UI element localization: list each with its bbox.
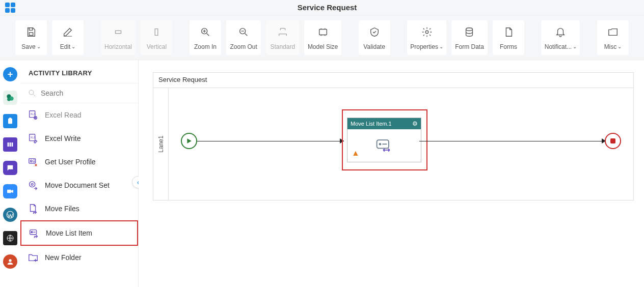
chevron-down-icon: ⌄ bbox=[71, 44, 75, 49]
move-list-item-icon bbox=[375, 138, 393, 152]
wordpress-icon[interactable] bbox=[3, 208, 17, 222]
svg-rect-15 bbox=[12, 142, 13, 147]
move-list-item-icon bbox=[29, 227, 40, 239]
activity-label: Move Document Set bbox=[45, 181, 110, 189]
activity-label: Move Files bbox=[45, 205, 79, 213]
main: + ACTIVITY LIBRARY XLS Excel Read XLS Ex… bbox=[0, 60, 644, 287]
svg-point-19 bbox=[9, 259, 11, 262]
add-button[interactable]: + bbox=[3, 67, 17, 81]
svg-rect-1 bbox=[116, 31, 121, 34]
standard-icon bbox=[277, 26, 288, 38]
clipboard-icon[interactable] bbox=[3, 114, 17, 128]
lane-label-cell: Lane1 bbox=[153, 88, 169, 200]
activity-label: New Folder bbox=[45, 253, 82, 262]
svg-point-20 bbox=[29, 90, 34, 95]
avatar-icon[interactable] bbox=[3, 254, 17, 269]
chevron-down-icon: ⌄ bbox=[573, 44, 577, 49]
form-data-button[interactable]: Form Data bbox=[451, 20, 488, 55]
canvas-title: Service Request bbox=[153, 73, 633, 88]
zoom-in-icon bbox=[200, 26, 211, 38]
chevron-down-icon: ⌄ bbox=[618, 44, 622, 49]
svg-rect-0 bbox=[29, 32, 33, 35]
end-node[interactable] bbox=[605, 133, 621, 149]
sharepoint-icon[interactable] bbox=[3, 91, 17, 105]
validate-button[interactable]: Validate bbox=[359, 20, 390, 55]
activity-list: XLS Excel Read XLS Excel Write Get User … bbox=[20, 103, 138, 269]
svg-point-29 bbox=[30, 182, 35, 187]
notification-icon bbox=[555, 26, 566, 38]
activity-item-excel-read[interactable]: XLS Excel Read bbox=[20, 103, 138, 127]
svg-rect-5 bbox=[319, 29, 327, 35]
move-document-set-icon bbox=[28, 180, 39, 191]
vertical-icon bbox=[151, 26, 162, 38]
properties-icon bbox=[421, 26, 433, 38]
activity-item-move-files[interactable]: Move Files bbox=[20, 197, 138, 220]
gear-icon[interactable]: ⚙ bbox=[412, 120, 418, 127]
toolbar: Save⌄ Edit⌄ Horizontal Vertical Zoom In … bbox=[0, 15, 644, 60]
forms-icon bbox=[503, 26, 514, 38]
activity-item-excel-write[interactable]: XLS Excel Write bbox=[20, 127, 138, 150]
form-data-icon bbox=[464, 26, 475, 38]
properties-button[interactable]: Properties⌄ bbox=[407, 20, 446, 55]
canvas-wrap: Service Request Lane1 Move List Item.1 ⚙ bbox=[139, 60, 644, 287]
chevron-down-icon: ⌄ bbox=[439, 44, 443, 49]
activity-label: Move List Item bbox=[46, 229, 92, 237]
save-button[interactable]: Save⌄ bbox=[15, 20, 47, 55]
activity-item-new-folder[interactable]: New Folder bbox=[20, 246, 138, 269]
columns-icon[interactable] bbox=[3, 137, 17, 152]
svg-point-28 bbox=[31, 160, 33, 162]
activity-item-move-list-item[interactable]: Move List Item bbox=[20, 220, 138, 246]
notification-button[interactable]: Notificat... ⌄ bbox=[541, 20, 580, 55]
app-launcher-icon[interactable] bbox=[5, 3, 15, 13]
model-size-button[interactable]: Model Size bbox=[304, 20, 341, 55]
workflow-canvas[interactable]: Service Request Lane1 Move List Item.1 ⚙ bbox=[153, 72, 634, 200]
activity-item-move-document-set[interactable]: Move Document Set bbox=[20, 174, 138, 197]
save-icon bbox=[25, 26, 37, 38]
forms-button[interactable]: Forms bbox=[493, 20, 524, 55]
activity-label: Excel Write bbox=[45, 134, 81, 142]
misc-button[interactable]: Misc⌄ bbox=[597, 20, 629, 55]
svg-rect-16 bbox=[7, 190, 11, 193]
lane-label: Lane1 bbox=[157, 135, 165, 152]
chevron-down-icon: ⌄ bbox=[37, 44, 41, 49]
model-size-icon bbox=[317, 26, 329, 38]
zoom-in-button[interactable]: Zoom In bbox=[190, 20, 221, 55]
video-icon[interactable] bbox=[3, 184, 17, 198]
svg-point-7 bbox=[466, 27, 473, 31]
excel-write-icon: XLS bbox=[28, 133, 39, 144]
svg-point-32 bbox=[31, 232, 33, 233]
svg-text:XLS: XLS bbox=[31, 136, 36, 139]
activity-label: Get User Profile bbox=[45, 158, 96, 166]
svg-rect-14 bbox=[10, 142, 11, 147]
chat-icon[interactable] bbox=[3, 161, 17, 175]
horizontal-button: Horizontal bbox=[101, 20, 136, 55]
svg-point-34 bbox=[379, 143, 382, 146]
svg-rect-11 bbox=[8, 119, 12, 124]
activity-item-get-user-profile[interactable]: Get User Profile bbox=[20, 150, 138, 174]
search-input[interactable] bbox=[41, 89, 131, 97]
excel-read-icon: XLS bbox=[28, 109, 39, 121]
svg-point-10 bbox=[7, 98, 11, 101]
new-folder-icon bbox=[28, 252, 39, 263]
sidebar-title: ACTIVITY LIBRARY bbox=[20, 60, 138, 83]
search-row bbox=[20, 83, 138, 103]
start-node[interactable] bbox=[181, 133, 197, 149]
misc-icon bbox=[607, 26, 619, 38]
node-title: Move List Item.1 bbox=[351, 121, 392, 127]
edit-icon bbox=[62, 26, 73, 38]
lane-content: Move List Item.1 ⚙ ▲ bbox=[169, 88, 633, 200]
vertical-button: Vertical bbox=[141, 20, 172, 55]
connector bbox=[197, 141, 344, 141]
zoom-out-button[interactable]: Zoom Out bbox=[226, 20, 261, 55]
svg-rect-12 bbox=[9, 118, 11, 119]
horizontal-icon bbox=[113, 26, 124, 38]
workflow-node-move-list-item[interactable]: Move List Item.1 ⚙ ▲ bbox=[347, 118, 421, 162]
globe-icon[interactable] bbox=[3, 231, 17, 245]
page-title: Service Request bbox=[15, 3, 639, 12]
move-files-icon bbox=[28, 203, 39, 214]
warning-icon: ▲ bbox=[352, 149, 360, 158]
activity-library-panel: ACTIVITY LIBRARY XLS Excel Read XLS Exce… bbox=[20, 60, 139, 287]
user-profile-icon bbox=[28, 156, 39, 167]
edit-button[interactable]: Edit⌄ bbox=[52, 20, 84, 55]
svg-rect-13 bbox=[8, 142, 9, 147]
